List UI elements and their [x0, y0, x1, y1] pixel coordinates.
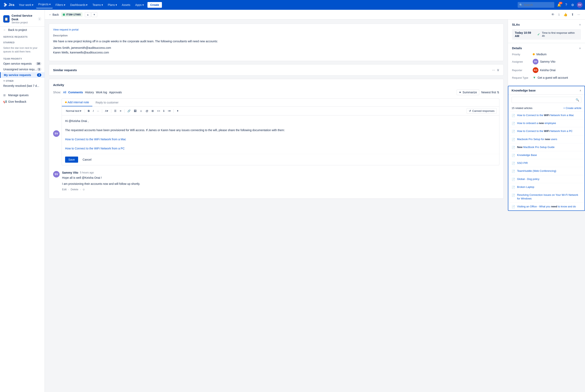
- kb-article-item[interactable]: 📄How to Connect to the WiFi Network from…: [508, 127, 584, 135]
- add-internal-note-tab[interactable]: Add internal note: [62, 98, 92, 106]
- bold-button[interactable]: B: [87, 108, 91, 113]
- nav-apps[interactable]: Apps ▾: [133, 2, 146, 8]
- current-user-avatar: SV: [53, 130, 60, 137]
- request-type-value[interactable]: ▼ Get a guest wifi account: [533, 76, 568, 80]
- kb-article-item[interactable]: 📄Macbook Pro Setup for new users: [508, 135, 584, 143]
- italic-button[interactable]: I: [92, 108, 95, 113]
- top-nav: Jira Your work ▾ Projects ▾ Filters ▾ Da…: [0, 0, 585, 10]
- ai-toolbar-button[interactable]: ✦: [175, 108, 180, 113]
- comment-edit-link[interactable]: Edit: [62, 188, 67, 191]
- editor-link2[interactable]: How to Connect to the WiFi Network from …: [65, 147, 125, 150]
- document-icon: 📄: [511, 138, 515, 141]
- summarize-button[interactable]: ✦ Summarize: [457, 90, 479, 95]
- nav-projects[interactable]: Projects ▾: [36, 2, 53, 8]
- comment-delete-link[interactable]: Delete: [71, 188, 78, 191]
- more-actions-icon[interactable]: ···: [577, 12, 581, 17]
- kb-article-item[interactable]: 📄Resolving Connection Issues on Your Wi-…: [508, 191, 584, 202]
- kb-article-item[interactable]: 📄Visiting an Office - What you need to k…: [508, 202, 584, 210]
- queue-my-service-requests[interactable]: My service requests 4: [0, 72, 45, 78]
- emoji-button[interactable]: ☺: [139, 108, 144, 113]
- assignee-label: Assignee: [512, 60, 530, 63]
- kb-search-input[interactable]: [514, 98, 576, 102]
- share-icon[interactable]: ⬆: [570, 12, 575, 17]
- queue-open-service-requests[interactable]: Open service requests 16: [0, 61, 45, 66]
- filter-approvals[interactable]: Approvals: [109, 91, 122, 94]
- search-input[interactable]: [518, 2, 554, 8]
- next-ticket-button[interactable]: ▼: [91, 12, 98, 17]
- assignee-value[interactable]: SV Sammy Vito: [533, 59, 555, 64]
- kb-article-title: Knowledge Base: [517, 153, 537, 157]
- mention-button[interactable]: @: [144, 108, 150, 113]
- ticket-body: View request in portal Description We ha…: [45, 20, 585, 211]
- comment-emoji-link[interactable]: ☺: [82, 188, 85, 191]
- numbered-list-button[interactable]: ≡: [119, 108, 123, 113]
- more-format-button[interactable]: ···: [96, 108, 100, 113]
- kb-article-item[interactable]: 📄New MacBook Pro Setup Guide: [508, 143, 584, 151]
- filter-history[interactable]: History: [85, 91, 94, 94]
- notifications-icon[interactable]: 🔔 9+: [556, 2, 562, 8]
- sidebar-collapse-button[interactable]: ‹: [38, 17, 41, 21]
- nav-teams[interactable]: Teams ▾: [90, 2, 105, 8]
- user-1: James Smith, jamessmith@auditsuccess.com: [53, 46, 111, 50]
- watch-icon[interactable]: 👁: [550, 12, 555, 17]
- kb-article-item[interactable]: 📄TeamHuddle (Web Conferencing): [508, 167, 584, 175]
- jira-logo-text: Jira: [9, 3, 14, 7]
- code-button[interactable]: <>: [156, 108, 161, 113]
- table-button[interactable]: ⊞: [150, 108, 155, 113]
- reply-to-customer-tab[interactable]: Reply to customer: [92, 98, 122, 106]
- prev-ticket-button[interactable]: ▲: [85, 12, 91, 17]
- nav-assets[interactable]: Assets: [120, 2, 132, 8]
- kb-article-item[interactable]: 📄Broken Laptop: [508, 183, 584, 191]
- filter-comments[interactable]: Comments: [68, 91, 83, 94]
- save-button[interactable]: Save: [65, 156, 78, 163]
- comment-header: Sammy Vito 5 hours ago: [62, 171, 499, 174]
- slas-header[interactable]: SLAs ∧: [512, 23, 581, 26]
- user-avatar[interactable]: SV: [577, 2, 582, 8]
- manage-queues-link[interactable]: ⊞ Manage queues: [0, 92, 45, 98]
- text-color-button[interactable]: A▾: [104, 108, 110, 113]
- cancel-button[interactable]: Cancel: [80, 156, 94, 163]
- kb-article-item[interactable]: 📄How to onboard a new employee: [508, 119, 584, 127]
- thumbsup-icon[interactable]: 👍: [563, 12, 568, 17]
- more-button[interactable]: +▾: [166, 108, 172, 113]
- filter-all[interactable]: All: [63, 91, 66, 94]
- other-section[interactable]: ∨ OTHER: [0, 78, 45, 83]
- nav-plans[interactable]: Plans ▾: [106, 2, 119, 8]
- bullet-list-button[interactable]: ☰: [113, 108, 118, 113]
- ticket-sidebar: SLAs ∧ Today 10:59 AM ✓ Time to first re…: [508, 20, 585, 211]
- kb-article-item[interactable]: 📄Knowledge Base: [508, 151, 584, 159]
- kb-create-article-button[interactable]: + Create article: [563, 106, 581, 110]
- create-button[interactable]: Create: [148, 2, 162, 8]
- nav-filters[interactable]: Filters ▾: [54, 2, 67, 8]
- info-button[interactable]: ℹ: [162, 108, 166, 113]
- format-dropdown[interactable]: Normal text ▾: [64, 108, 83, 113]
- help-icon[interactable]: ?: [564, 2, 568, 8]
- kb-article-item[interactable]: 📄SSO PIR: [508, 159, 584, 167]
- jira-logo[interactable]: Jira: [3, 2, 14, 7]
- recently-resolved[interactable]: Recently resolved (last 7 d...: [0, 83, 45, 89]
- reporter-value[interactable]: KO Keisha Onai: [533, 67, 555, 73]
- details-header[interactable]: Details ∧: [512, 46, 581, 50]
- view-in-portal-link[interactable]: View request in portal: [53, 28, 79, 31]
- editor-content[interactable]: Hi @Keisha Onai , The requested accounts…: [62, 116, 499, 154]
- filter-worklog[interactable]: Work log: [96, 91, 107, 94]
- content-area: ← Back ITSM-17065 ▲ ▼ 👁 1 👍 ⬆ ···: [45, 10, 585, 392]
- kb-article-item[interactable]: 📄Global - Dog policy: [508, 175, 584, 183]
- similar-chevron-icon[interactable]: ∨: [497, 68, 499, 72]
- kb-article-item[interactable]: 📄How to Connect to the WiFi Network from…: [508, 111, 584, 119]
- image-button[interactable]: 🖼: [133, 108, 138, 113]
- similar-more-icon[interactable]: ···: [492, 68, 495, 72]
- editor-link1[interactable]: How to Connect to the WiFi Network from …: [65, 138, 126, 141]
- back-to-project-link[interactable]: ← Back to project: [0, 27, 45, 33]
- description-text: We have a new project kicking off in a c…: [53, 39, 499, 55]
- queue-unassigned[interactable]: Unassigned service requ... 1: [0, 66, 45, 72]
- kb-header[interactable]: Knowledge base ∧: [508, 86, 584, 95]
- nav-your-work[interactable]: Your work ▾: [17, 2, 36, 8]
- newest-first-button[interactable]: Newest first ⇅: [481, 91, 499, 94]
- nav-dashboards[interactable]: Dashboards ▾: [68, 2, 90, 8]
- back-button[interactable]: ← Back: [49, 13, 59, 16]
- give-feedback-link[interactable]: 📢 Give feedback: [0, 98, 45, 105]
- link-button[interactable]: 🔗: [126, 108, 132, 113]
- settings-icon[interactable]: ⚙: [570, 2, 575, 8]
- canned-responses-button[interactable]: ↺ Canned responses: [467, 108, 497, 114]
